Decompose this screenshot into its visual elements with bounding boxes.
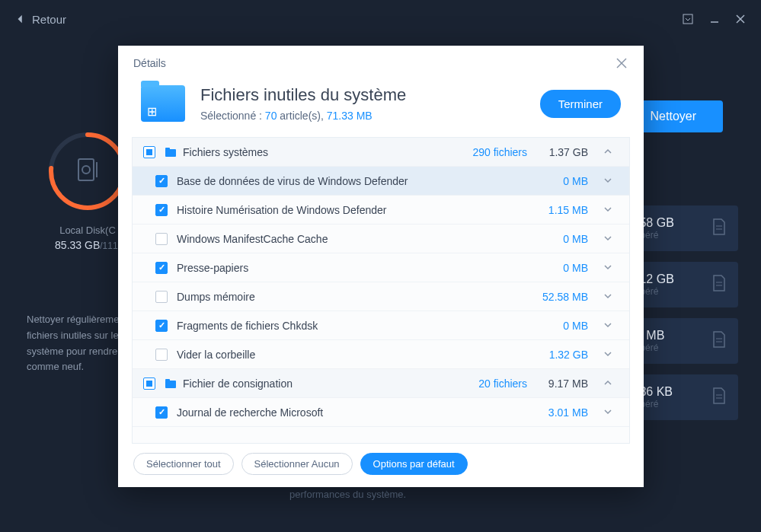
item-checkbox[interactable] [155,291,168,303]
bottom-text: performances du système. [289,489,406,500]
item-checkbox[interactable] [155,204,168,216]
item-row[interactable]: Vider la corbeille 1.32 GB [133,340,629,369]
item-row[interactable]: Presse-papiers 0 MB [133,253,629,282]
chevron-down-icon[interactable] [596,348,619,361]
folder-small-icon [165,378,177,389]
defaults-button[interactable]: Options par défaut [360,453,468,475]
folder-small-icon [165,147,177,158]
chevron-down-icon[interactable] [596,261,619,274]
item-size: 1.15 MB [527,204,596,216]
document-icon [712,275,726,295]
group-count: 290 fichiers [451,146,527,158]
select-none-button[interactable]: Sélectionner Aucun [241,453,353,475]
item-checkbox[interactable] [155,320,168,332]
dropdown-icon[interactable] [682,13,694,25]
item-label: Windows ManifestCache Cache [177,233,451,245]
item-checkbox[interactable] [155,262,168,274]
item-checkbox[interactable] [155,233,168,245]
item-size: 0 MB [527,262,596,274]
details-modal: Détails Fichiers inutiles du système Sél… [118,46,644,487]
back-button[interactable]: Retour [15,13,66,26]
item-size: 0 MB [527,233,596,245]
minimize-button[interactable] [709,14,720,24]
item-label: Vider la corbeille [177,349,451,361]
item-label: Dumps mémoire [177,291,451,303]
group-checkbox[interactable] [143,377,155,390]
document-icon [712,218,726,238]
group-row[interactable]: Fichiers systèmes 290 fichiers 1.37 GB [133,138,629,167]
svg-rect-0 [683,14,692,24]
chevron-up-icon[interactable] [596,377,619,390]
svg-rect-19 [165,149,176,157]
file-list[interactable]: Fichiers systèmes 290 fichiers 1.37 GB B… [132,137,630,444]
group-label: Fichiers systèmes [183,146,451,158]
disk-icon [75,159,100,183]
chevron-down-icon[interactable] [596,232,619,245]
select-all-button[interactable]: Sélectionner tout [133,453,234,475]
chevron-down-icon[interactable] [596,319,619,332]
item-checkbox[interactable] [155,175,168,187]
item-row[interactable]: Windows ManifestCache Cache 0 MB [133,225,629,253]
item-size: 3.01 MB [527,406,596,419]
item-label: Fragments de fichiers Chkdsk [177,320,451,332]
item-row[interactable]: Journal de recherche Microsoft 3.01 MB [133,398,629,427]
svg-rect-22 [165,379,170,381]
item-row[interactable]: Histoire Numérisation de Windows Defende… [133,196,629,225]
item-checkbox[interactable] [155,349,168,361]
group-label: Fichier de consignation [183,377,451,390]
item-label: Base de données de virus de Windows Defe… [177,175,451,187]
group-row[interactable]: Fichier de consignation 20 fichiers 9.17… [133,369,629,398]
terminer-button[interactable]: Terminer [540,90,621,118]
item-size: 0 MB [527,320,596,332]
item-row[interactable]: Base de données de virus de Windows Defe… [133,167,629,196]
chevron-down-icon[interactable] [596,174,619,187]
item-size: 1.32 GB [527,349,596,361]
svg-point-7 [82,166,90,174]
close-icon [615,56,628,70]
chevron-down-icon[interactable] [596,203,619,216]
back-label: Retour [32,13,66,26]
modal-title: Fichiers inutiles du système [200,85,525,105]
group-size: 9.17 MB [527,377,596,390]
chevron-down-icon[interactable] [596,290,619,303]
disk-usage-ring [46,129,129,213]
modal-subtitle: Sélectionné : 70 article(s), 71.33 MB [200,110,525,122]
item-size: 52.58 MB [527,291,596,303]
item-row[interactable]: Dumps mémoire 52.58 MB [133,282,629,311]
folder-icon [141,85,185,122]
back-arrow-icon [15,14,26,24]
chevron-up-icon[interactable] [596,145,619,158]
svg-rect-6 [78,159,94,180]
item-row[interactable]: Fragments de fichiers Chkdsk 0 MB [133,311,629,340]
item-checkbox[interactable] [155,406,168,419]
document-icon [712,387,726,407]
close-window-button[interactable] [735,14,746,24]
group-checkbox[interactable] [143,146,155,158]
document-icon [712,331,726,351]
modal-header-title: Détails [133,57,166,69]
chevron-down-icon[interactable] [596,406,619,419]
item-label: Journal de recherche Microsoft [177,406,451,419]
item-label: Histoire Numérisation de Windows Defende… [177,204,451,216]
item-label: Presse-papiers [177,262,451,274]
group-count: 20 fichiers [451,377,527,390]
item-size: 0 MB [527,175,596,187]
svg-rect-21 [165,381,176,388]
modal-close-button[interactable] [615,56,628,70]
group-size: 1.37 GB [527,146,596,158]
svg-rect-20 [165,148,170,150]
